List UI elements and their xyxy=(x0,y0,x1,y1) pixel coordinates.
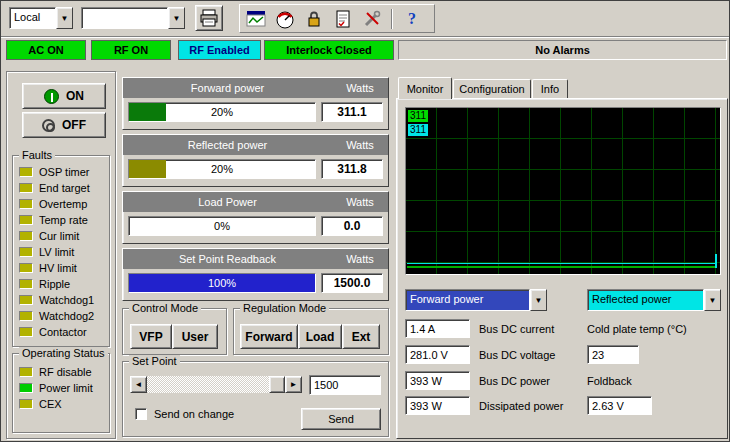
fault-label: LV limit xyxy=(39,246,74,258)
interlock-indicator: Interlock Closed xyxy=(264,40,394,60)
vfp-mode-button[interactable]: VFP xyxy=(130,324,172,349)
operating-status-title: Operating Status xyxy=(19,347,108,359)
print-button[interactable] xyxy=(195,5,223,31)
gauge-load-power: Load Power Watts 0% 0.0 xyxy=(122,191,389,244)
fault-row: Watchdog1 xyxy=(13,292,109,308)
gauge-title: Reflected power xyxy=(123,139,332,151)
toolbar: Local ▼ ▼ xyxy=(1,1,729,37)
lock-button[interactable] xyxy=(301,7,327,30)
rf-enabled-indicator: RF Enabled xyxy=(178,40,261,60)
fault-led xyxy=(19,199,33,209)
fault-label: Overtemp xyxy=(39,198,87,210)
fault-led xyxy=(19,231,33,241)
fault-label: Watchdog1 xyxy=(39,294,94,306)
tools-button[interactable] xyxy=(359,7,385,30)
fault-row: Temp rate xyxy=(13,212,109,228)
send-button[interactable]: Send xyxy=(301,408,381,430)
forward-label: Forward xyxy=(245,330,292,344)
gauge-title: Load Power xyxy=(123,196,332,208)
gauge-value: 311.8 xyxy=(321,159,383,179)
help-button[interactable]: ? xyxy=(399,7,425,30)
scroll-left-icon[interactable]: ◄ xyxy=(130,376,147,393)
fault-row: HV limit xyxy=(13,260,109,276)
control-mode-group: Control Mode VFP User xyxy=(122,308,227,355)
fault-row: Ripple xyxy=(13,276,109,292)
regulation-mode-title: Regulation Mode xyxy=(240,302,329,314)
gauge-progressbar: 20% xyxy=(128,102,316,122)
vfp-label: VFP xyxy=(139,330,162,344)
fault-label: OSP timer xyxy=(39,166,90,178)
trace1-combo[interactable]: Forward power ▼ xyxy=(405,289,547,311)
set-point-group: Set Point ◄ ► Send on change Send xyxy=(122,361,389,437)
interlock-label: Interlock Closed xyxy=(286,44,372,56)
user-mode-button[interactable]: User xyxy=(172,324,218,349)
gauge-value: 311.1 xyxy=(321,102,383,122)
gauge-button[interactable] xyxy=(272,7,298,30)
tab-configuration[interactable]: Configuration xyxy=(453,79,531,98)
rf-on-button[interactable]: ON xyxy=(22,83,106,109)
load-mode-button[interactable]: Load xyxy=(298,324,342,349)
load-label: Load xyxy=(306,330,335,344)
reflected-trace-line xyxy=(407,263,716,264)
forward-trace-value: 311 xyxy=(408,110,428,122)
fault-row: Cur limit xyxy=(13,228,109,244)
scope-icon xyxy=(246,9,266,29)
bus-dc-power-label: Bus DC power xyxy=(479,375,550,387)
dissipated-power-value: 393 W xyxy=(405,396,470,415)
chevron-down-icon[interactable]: ▼ xyxy=(168,7,185,29)
chevron-down-icon[interactable]: ▼ xyxy=(530,289,547,311)
operating-status-group: Operating Status RF disable Power limit … xyxy=(12,353,110,433)
fault-label: Watchdog2 xyxy=(39,310,94,322)
log-button[interactable] xyxy=(330,7,356,30)
forward-mode-button[interactable]: Forward xyxy=(240,324,298,349)
send-label: Send xyxy=(328,413,354,425)
send-on-change-checkbox[interactable] xyxy=(135,408,147,420)
tab-info[interactable]: Info xyxy=(532,79,568,98)
ext-label: Ext xyxy=(352,330,371,344)
local-remote-value: Local xyxy=(9,7,56,29)
fault-label: Cur limit xyxy=(39,230,79,242)
trace1-combo-value: Forward power xyxy=(405,289,530,311)
status-label: Power limit xyxy=(39,382,93,394)
trace2-combo[interactable]: Reflected power ▼ xyxy=(587,289,721,311)
lock-icon xyxy=(304,9,324,29)
bus-dc-voltage-label: Bus DC voltage xyxy=(479,349,555,361)
ext-mode-button[interactable]: Ext xyxy=(342,324,380,349)
faults-title: Faults xyxy=(19,149,55,161)
gauge-forward-power: Forward power Watts 20% 311.1 xyxy=(122,77,389,130)
fault-label: Contactor xyxy=(39,326,87,338)
fault-led xyxy=(19,279,33,289)
session-combo[interactable]: ▼ xyxy=(81,7,185,29)
gauge-percent: 20% xyxy=(129,103,315,121)
tab-monitor[interactable]: Monitor xyxy=(398,77,452,99)
rf-off-button[interactable]: OFF xyxy=(22,112,106,138)
rf-on-label: ON xyxy=(66,89,84,103)
faults-group: Faults OSP timer End target Overtemp Tem… xyxy=(12,155,110,347)
chevron-down-icon[interactable]: ▼ xyxy=(56,7,73,29)
cold-plate-temp-label: Cold plate temp (°C) xyxy=(587,323,687,335)
scrollbar-track[interactable] xyxy=(147,376,285,393)
fault-row: OSP timer xyxy=(13,164,109,180)
scope-button[interactable] xyxy=(243,7,269,30)
fault-row: Watchdog2 xyxy=(13,308,109,324)
chevron-down-icon[interactable]: ▼ xyxy=(704,289,721,311)
set-point-input[interactable] xyxy=(309,375,381,395)
local-remote-combo[interactable]: Local ▼ xyxy=(9,7,73,29)
fault-row: Overtemp xyxy=(13,196,109,212)
bus-dc-current-value: 1.4 A xyxy=(405,319,470,338)
foldback-value: 2.63 V xyxy=(587,396,652,415)
printer-icon xyxy=(199,9,219,27)
control-mode-title: Control Mode xyxy=(129,302,201,314)
scroll-right-icon[interactable]: ► xyxy=(285,376,302,393)
alarms-label: No Alarms xyxy=(535,44,590,56)
power-on-icon xyxy=(44,89,59,104)
scrollbar-thumb[interactable] xyxy=(269,376,285,393)
gauge-percent: 20% xyxy=(129,160,315,178)
power-off-icon xyxy=(42,119,55,132)
rf-off-label: OFF xyxy=(62,118,86,132)
gauge-icon xyxy=(275,9,295,29)
user-label: User xyxy=(182,330,209,344)
gauge-unit: Watts xyxy=(332,253,388,265)
send-on-change-label: Send on change xyxy=(154,408,234,420)
set-point-scrollbar[interactable]: ◄ ► xyxy=(130,376,302,393)
